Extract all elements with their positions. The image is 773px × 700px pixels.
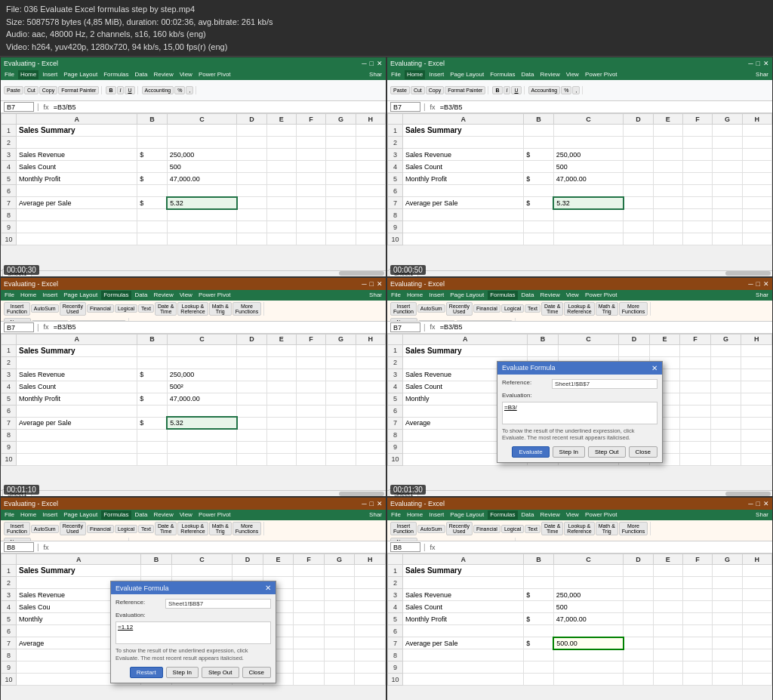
ribbon-format-painter[interactable]: Format Painter	[58, 86, 99, 94]
cell-10-2[interactable]	[553, 233, 624, 245]
cell-reference-box[interactable]: B8	[4, 542, 34, 552]
cell-2-4[interactable]	[653, 577, 682, 589]
cell-9-0[interactable]	[403, 221, 524, 233]
cell-2-0[interactable]	[17, 137, 137, 149]
menu-item-page-layout[interactable]: Page Layout	[61, 510, 100, 520]
cell-4-2[interactable]: 500	[167, 161, 237, 173]
cell-3-7[interactable]	[742, 589, 771, 601]
cell-7-6[interactable]	[326, 197, 356, 209]
cell-3-7[interactable]	[356, 369, 385, 381]
ribbon-cut[interactable]: Cut	[411, 86, 425, 94]
cell-10-1[interactable]	[524, 674, 553, 686]
cell-5-6[interactable]	[326, 393, 356, 405]
cell-1-1[interactable]	[528, 344, 559, 356]
maximize-button[interactable]: □	[756, 60, 760, 67]
cell-10-3[interactable]	[624, 233, 653, 245]
cell-7-5[interactable]	[682, 637, 712, 649]
menu-item-review[interactable]: Review	[151, 510, 175, 520]
cell-7-5[interactable]	[682, 197, 712, 209]
menu-item-file[interactable]: File	[389, 70, 403, 79]
cell-8-2[interactable]	[167, 429, 237, 441]
cell-6-2[interactable]	[553, 185, 624, 197]
cell-10-1[interactable]	[137, 233, 167, 245]
cell-6-1[interactable]	[137, 185, 167, 197]
cell-6-5[interactable]	[680, 405, 711, 417]
cell-6-3[interactable]	[624, 625, 653, 637]
cell-8-6[interactable]	[713, 209, 742, 221]
cell-2-1[interactable]	[524, 577, 553, 589]
menu-item-power-pivot[interactable]: Power Pivot	[583, 70, 620, 79]
cell-10-5[interactable]	[294, 674, 325, 686]
dialog-evaluate-button[interactable]: Restart	[130, 667, 163, 678]
minimize-button[interactable]: ─	[748, 500, 753, 507]
cell-6-5[interactable]	[296, 405, 325, 417]
cell-3-5[interactable]	[296, 369, 325, 381]
cell-1-4[interactable]	[649, 344, 680, 356]
ribbon-text[interactable]: Text	[138, 304, 154, 313]
cell-8-0[interactable]	[17, 209, 137, 221]
ribbon-logical[interactable]: Logical	[115, 304, 137, 313]
cell-7-7[interactable]	[356, 417, 385, 429]
menu-share[interactable]: Shar	[753, 291, 771, 300]
cell-5-7[interactable]	[742, 613, 771, 625]
cell-3-3[interactable]	[624, 149, 653, 161]
cell-4-3[interactable]	[237, 381, 266, 393]
menu-item-data[interactable]: Data	[133, 291, 150, 300]
cell-9-1[interactable]	[524, 661, 553, 674]
ribbon-format-painter[interactable]: Format Painter	[445, 86, 485, 94]
cell-7-5[interactable]	[680, 417, 711, 429]
cell-1-6[interactable]	[713, 565, 742, 577]
cell-10-3[interactable]	[237, 233, 266, 245]
cell-5-6[interactable]	[713, 613, 742, 625]
cell-8-1[interactable]	[524, 649, 553, 661]
cell-1-7[interactable]	[355, 565, 386, 577]
ribbon-lookup[interactable]: Lookup &Reference	[564, 302, 594, 316]
menu-item-home[interactable]: Home	[405, 510, 425, 520]
menu-item-insert[interactable]: Insert	[427, 70, 446, 79]
cell-7-3[interactable]	[624, 197, 653, 209]
cell-8-2[interactable]	[167, 209, 237, 221]
horizontal-scrollbar[interactable]: Sheet1	[387, 270, 772, 276]
menu-item-view[interactable]: View	[177, 510, 195, 520]
cell-10-7[interactable]	[741, 453, 772, 465]
cell-7-3[interactable]	[624, 637, 653, 649]
cell-5-6[interactable]	[326, 173, 356, 185]
cell-3-2[interactable]: 250,000	[553, 589, 624, 601]
ribbon-logical[interactable]: Logical	[115, 525, 137, 533]
menu-item-review[interactable]: Review	[151, 291, 175, 300]
cell-2-0[interactable]	[17, 356, 137, 369]
menu-item-insert[interactable]: Insert	[40, 70, 60, 79]
cell-reference-box[interactable]: B7	[4, 102, 34, 112]
ribbon-lookup[interactable]: Lookup &Reference	[177, 302, 208, 316]
cell-7-1[interactable]: $	[524, 197, 553, 209]
cell-3-3[interactable]	[624, 589, 653, 601]
cell-6-2[interactable]	[167, 405, 237, 417]
maximize-button[interactable]: □	[756, 280, 760, 288]
cell-9-6[interactable]	[326, 441, 356, 453]
cell-3-3[interactable]	[237, 369, 266, 381]
cell-4-4[interactable]	[653, 601, 682, 613]
ribbon-lookup[interactable]: Lookup &Reference	[564, 522, 594, 535]
cell-3-5[interactable]	[682, 149, 712, 161]
cell-10-3[interactable]	[624, 674, 653, 686]
cell-8-7[interactable]	[356, 209, 385, 221]
cell-reference-box[interactable]: B8	[390, 542, 420, 552]
cell-9-1[interactable]	[137, 441, 167, 453]
menu-item-data[interactable]: Data	[519, 70, 537, 79]
cell-3-6[interactable]	[710, 369, 741, 381]
cell-1-0[interactable]: Sales Summary	[403, 344, 528, 356]
cell-4-4[interactable]	[266, 161, 296, 173]
cell-1-1[interactable]	[524, 565, 553, 577]
cell-3-1[interactable]: $	[137, 369, 167, 381]
cell-2-3[interactable]	[237, 137, 266, 149]
ribbon-date[interactable]: Date &Time	[541, 302, 563, 316]
cell-8-7[interactable]	[356, 429, 385, 441]
menu-item-formulas[interactable]: Formulas	[101, 510, 131, 520]
ribbon-recently[interactable]: RecentlyUsed	[446, 522, 473, 535]
cell-5-0[interactable]: Monthly Profit	[17, 393, 137, 405]
cell-6-7[interactable]	[742, 625, 771, 637]
ribbon-financial[interactable]: Financial	[473, 525, 500, 533]
cell-2-6[interactable]	[713, 577, 742, 589]
ribbon-recently[interactable]: RecentlyUsed	[60, 302, 86, 316]
cell-3-3[interactable]	[237, 149, 266, 161]
